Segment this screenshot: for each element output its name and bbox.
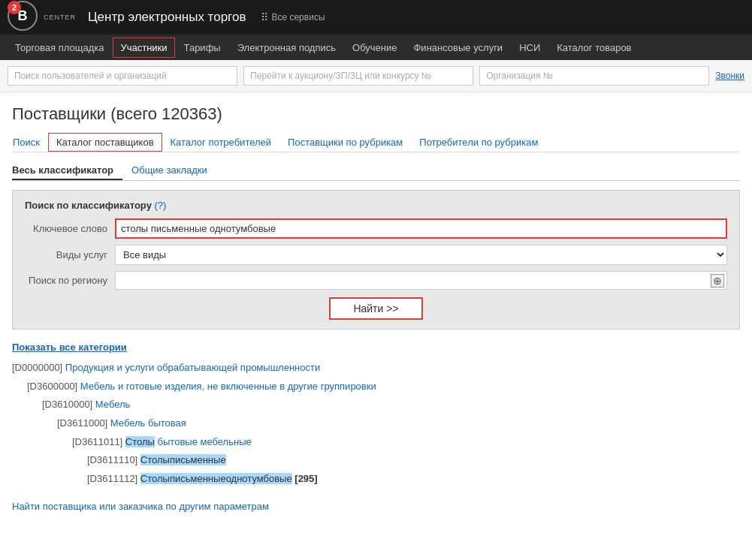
region-label: Поиск по региону — [25, 275, 115, 286]
tree-item-d3600000: [D3600000] Мебель и готовые изделия, не … — [27, 378, 740, 396]
nav-item-participants[interactable]: Участники — [113, 38, 174, 58]
main-nav: Торговая площадка Участники Тарифы Элект… — [0, 35, 752, 60]
link-d3611011[interactable]: Столы бытовые мебельные — [125, 436, 252, 447]
tree-item-d3611112: [D3611112] Столыписьменныеоднотумбовые [… — [87, 470, 740, 489]
bottom-search-link[interactable]: Найти поставщика или заказчика по другим… — [12, 501, 740, 512]
search-org-input[interactable] — [479, 66, 709, 86]
highlight-stoly2: Столы — [140, 454, 170, 465]
logo-text-area: CENTER — [44, 14, 76, 21]
sub-tab-bookmarks[interactable]: Общие закладки — [122, 161, 216, 180]
code-d3611112: [D3611112] — [87, 473, 137, 484]
tabs-row: Поиск Каталог поставщиков Каталог потреб… — [12, 133, 740, 152]
tab-suppliers-by-rubric[interactable]: Поставщики по рубрикам — [279, 133, 411, 152]
logo-number: 2 — [8, 1, 21, 14]
code-d3610000: [D3610000] — [42, 399, 92, 410]
services-select[interactable]: Все виды — [115, 245, 727, 265]
code-d3600000: [D3600000] — [27, 381, 77, 392]
highlight-pismennye2: письменные — [170, 473, 226, 484]
tree-item-d0000000: [D0000000] Продукция и услуги обрабатыва… — [12, 359, 740, 378]
logo-center-text: CENTER — [44, 14, 76, 21]
services-label: Виды услуг — [25, 249, 115, 260]
show-all-categories-link[interactable]: Показать все категории — [12, 342, 740, 353]
find-button[interactable]: Найти >> — [329, 297, 422, 320]
calls-link[interactable]: Звонки — [715, 71, 744, 81]
tab-consumers-by-rubric[interactable]: Потребители по рубрикам — [411, 133, 546, 152]
nav-item-education[interactable]: Обучение — [345, 38, 404, 58]
code-d3611110: [D3611110] — [87, 454, 137, 465]
search-bar: Звонки — [0, 60, 752, 92]
sub-tab-all-classifier[interactable]: Весь классификатор — [12, 161, 122, 180]
help-link[interactable]: (?) — [155, 200, 167, 211]
link-d3611000[interactable]: Мебель бытовая — [110, 417, 186, 429]
link-d3611110[interactable]: Столыписьменные — [140, 454, 226, 465]
tree-item-d3610000: [D3610000] Мебель — [42, 396, 740, 414]
highlight-pismennye1: письменные — [170, 454, 226, 465]
region-input[interactable] — [115, 271, 727, 290]
header-top: B 2 CENTER Центр электронных торгов ⠿ Вс… — [0, 0, 752, 35]
highlight-stoly1: Столы — [125, 436, 155, 447]
search-form-title: Поиск по классификатору (?) — [25, 200, 727, 211]
link-d3600000[interactable]: Мебель и готовые изделия, не включенные … — [80, 381, 376, 392]
nav-item-tariffs[interactable]: Тарифы — [177, 38, 228, 58]
keyword-input[interactable] — [115, 218, 727, 239]
nav-item-esign[interactable]: Электронная подпись — [230, 38, 343, 58]
tab-supplier-catalog[interactable]: Каталог поставщиков — [48, 133, 162, 152]
header-title: Центр электронных торгов — [88, 10, 246, 25]
region-input-wrapper: ⊕ — [115, 271, 727, 290]
main-content: Поставщики (всего 120363) Поиск Каталог … — [0, 92, 752, 527]
cat-count-d3611112: [295] — [294, 473, 317, 484]
logo-badge: B 2 — [8, 1, 41, 34]
highlight-odnotumbovye: однотумбовые — [226, 473, 292, 484]
category-tree: [D0000000] Продукция и услуги обрабатыва… — [12, 359, 740, 489]
services-row: Виды услуг Все виды — [25, 245, 727, 265]
nav-item-catalog[interactable]: Каталог товаров — [549, 38, 639, 58]
tree-item-d3611110: [D3611110] Столыписьменные — [87, 451, 740, 470]
region-plus-button[interactable]: ⊕ — [711, 274, 724, 288]
sub-tabs-row: Весь классификатор Общие закладки — [12, 161, 740, 181]
nav-item-finance[interactable]: Финансовые услуги — [406, 38, 510, 58]
all-services-button[interactable]: ⠿ Все сервисы — [261, 11, 325, 23]
tab-consumer-catalog[interactable]: Каталог потребителей — [162, 133, 280, 152]
keyword-row: Ключевое слово — [25, 218, 727, 239]
services-label: Все сервисы — [271, 12, 325, 23]
logo-area: B 2 CENTER — [8, 1, 76, 34]
link-d3611112[interactable]: Столыписьменныеоднотумбовые — [140, 473, 292, 484]
code-d3611000: [D3611000] — [57, 417, 107, 429]
nav-item-nsi[interactable]: НСИ — [512, 38, 548, 58]
link-d0000000[interactable]: Продукция и услуги обрабатывающей промыш… — [65, 362, 320, 373]
tree-item-d3611011: [D3611011] Столы бытовые мебельные — [72, 433, 740, 452]
page-title: Поставщики (всего 120363) — [12, 104, 740, 124]
link-d3610000[interactable]: Мебель — [95, 399, 131, 410]
search-users-input[interactable] — [8, 66, 237, 86]
tree-item-d3611000: [D3611000] Мебель бытовая — [57, 414, 740, 433]
search-btn-row: Найти >> — [25, 297, 727, 320]
tab-search[interactable]: Поиск — [12, 133, 48, 152]
grid-icon: ⠿ — [261, 11, 268, 23]
code-d3611011: [D3611011] — [72, 436, 122, 447]
region-row: Поиск по региону ⊕ — [25, 271, 727, 290]
code-d0000000: [D0000000] — [12, 362, 62, 373]
search-form-container: Поиск по классификатору (?) Ключевое сло… — [12, 190, 740, 330]
highlight-stoly3: Столы — [140, 473, 170, 484]
nav-item-trading[interactable]: Торговая площадка — [8, 38, 111, 58]
keyword-label: Ключевое слово — [25, 223, 115, 234]
search-auction-input[interactable] — [243, 66, 473, 86]
